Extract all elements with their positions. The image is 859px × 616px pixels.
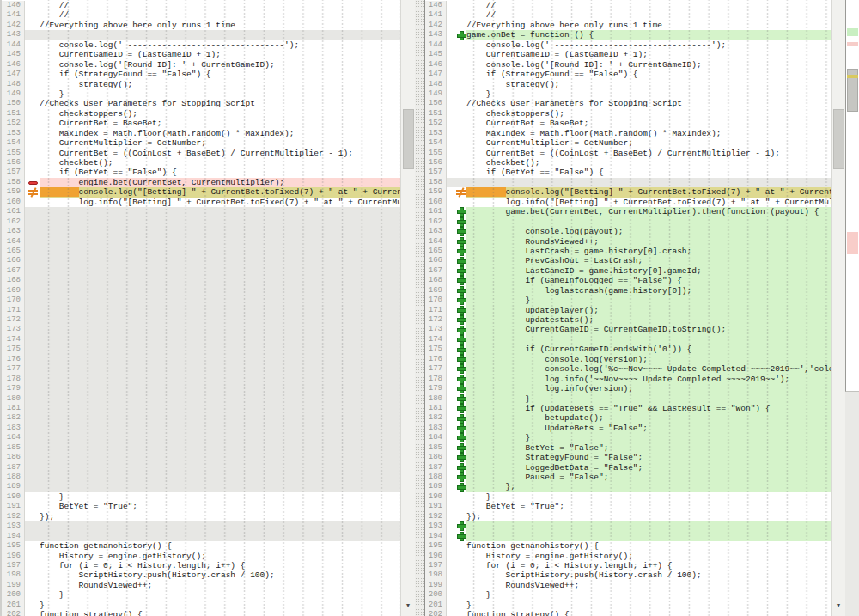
code-row[interactable]: 145 CurrentGameID = (LastGameID + 1); — [425, 50, 831, 59]
code-row[interactable]: 168 if (GameInfoLogged == "False") { — [425, 276, 831, 285]
code-row[interactable]: 141 // — [425, 10, 831, 20]
code-row[interactable]: 159 console.log("[Betting] " + CurrentBe… — [425, 187, 831, 197]
code-row[interactable]: 140 // — [425, 1, 831, 10]
code-row[interactable]: 167 LastGameID = game.history[0].gameId; — [425, 266, 831, 276]
code-text[interactable]: updateplayer(); — [466, 306, 831, 315]
code-text[interactable]: } — [40, 601, 400, 610]
code-row[interactable]: 198 ScriptHistory.push(History.crash / 1… — [2, 570, 400, 580]
code-row[interactable]: 158 engine.bet(CurrentBet, CurrentMultip… — [2, 178, 400, 187]
code-row[interactable]: 172 — [2, 315, 400, 325]
code-row[interactable]: 197 for (i = 0; i < History.length; i++)… — [425, 561, 831, 570]
code-text[interactable] — [40, 453, 400, 462]
code-row[interactable]: 191 BetYet = "True"; — [2, 502, 400, 511]
code-text[interactable]: function getnanohistory() { — [466, 541, 831, 551]
code-text[interactable] — [40, 256, 400, 265]
code-text[interactable]: CurrentMultiplier = GetNumber; — [466, 138, 831, 148]
code-row[interactable]: 199 RoundsViewed++; — [2, 581, 400, 590]
code-text[interactable] — [40, 325, 400, 334]
code-row[interactable]: 173 — [2, 325, 400, 334]
code-text[interactable] — [40, 276, 400, 285]
code-row[interactable]: 183 — [2, 424, 400, 433]
code-row[interactable]: 196 History = engine.getHistory(); — [425, 552, 831, 561]
code-row[interactable]: 172 updatestats(); — [425, 315, 831, 325]
code-row[interactable]: 187 — [2, 463, 400, 473]
code-text[interactable]: if (GameInfoLogged == "False") { — [466, 276, 831, 285]
code-text[interactable]: if (BetYet == "False") { — [40, 168, 400, 177]
code-row[interactable]: 196 History = engine.getHistory(); — [2, 552, 400, 561]
code-row[interactable]: 188 Paused = "False"; — [425, 473, 831, 482]
code-row[interactable]: 142//Everything above here only runs 1 t… — [425, 21, 831, 30]
code-text[interactable]: if (CurrentGameID.endsWith('0')) { — [466, 345, 831, 354]
code-text[interactable]: if (BetYet == "False") { — [466, 168, 831, 177]
code-text[interactable]: CurrentBet = BaseBet; — [40, 119, 400, 128]
code-row[interactable]: 170 } — [425, 296, 831, 305]
code-text[interactable]: BetYet = "True"; — [466, 502, 831, 511]
code-row[interactable]: 152 CurrentBet = BaseBet; — [2, 119, 400, 128]
code-text[interactable]: // — [40, 1, 400, 10]
code-row[interactable]: 183 UpdateBets = "False"; — [425, 424, 831, 433]
code-text[interactable]: History = engine.getHistory(); — [466, 552, 831, 561]
code-row[interactable]: 185 BetYet = "False"; — [425, 443, 831, 453]
code-text[interactable]: updatestats(); — [466, 315, 831, 325]
code-text[interactable]: strategy(); — [40, 80, 400, 89]
code-text[interactable]: if (UpdateBets == "True" && LastResult =… — [466, 404, 831, 413]
code-row[interactable]: 168 — [2, 276, 400, 285]
code-row[interactable]: 154 CurrentMultiplier = GetNumber; — [425, 138, 831, 148]
code-row[interactable]: 184 } — [425, 433, 831, 442]
code-row[interactable]: 153 MaxIndex = Math.floor(Math.random() … — [425, 129, 831, 138]
code-row[interactable]: 167 — [2, 266, 400, 276]
code-text[interactable]: CurrentBet = ((CoinLost + BaseBet) / Cur… — [466, 149, 831, 158]
code-text[interactable]: LastGameID = game.history[0].gameId; — [466, 266, 831, 276]
code-text[interactable]: } — [40, 590, 400, 600]
code-text[interactable] — [40, 217, 400, 227]
code-text[interactable]: checkbet(); — [40, 158, 400, 168]
code-row[interactable]: 149 } — [2, 89, 400, 99]
code-text[interactable]: } — [466, 296, 831, 305]
code-text[interactable]: console.log('%c~~Nov~~~~ Update Complete… — [466, 364, 831, 374]
code-row[interactable]: 180 } — [425, 394, 831, 404]
code-row[interactable]: 184 — [2, 433, 400, 442]
code-row[interactable]: 144 console.log(' ----------------------… — [425, 40, 831, 50]
code-text[interactable] — [466, 217, 831, 227]
code-text[interactable] — [40, 384, 400, 393]
code-row[interactable]: 146 console.log('[Round ID]: ' + Current… — [2, 60, 400, 70]
code-row[interactable]: 163 console.log(payout); — [425, 227, 831, 236]
code-row[interactable]: 182 — [2, 413, 400, 423]
code-row[interactable]: 156 checkbet(); — [425, 158, 831, 168]
code-text[interactable] — [40, 286, 400, 296]
code-text[interactable]: checkstoppers(); — [466, 109, 831, 119]
code-text[interactable]: console.log(payout); — [466, 227, 831, 236]
code-row[interactable]: 160 log.info("[Betting] " + CurrentBet.t… — [2, 198, 400, 207]
code-text[interactable]: PrevCashOut = LastCrash; — [466, 256, 831, 265]
code-text[interactable] — [40, 227, 400, 236]
code-row[interactable]: 190 } — [2, 492, 400, 502]
code-text[interactable]: } — [466, 433, 831, 442]
code-row[interactable]: 171 updateplayer(); — [425, 306, 831, 315]
left-scrollbar-thumb[interactable] — [403, 109, 414, 169]
code-row[interactable]: 150//Checks User Parameters for Stopping… — [425, 99, 831, 108]
code-text[interactable]: CurrentBet = BaseBet; — [466, 119, 831, 128]
code-row[interactable]: 195function getnanohistory() { — [425, 541, 831, 551]
code-row[interactable]: 147 if (StrategyFound == "False") { — [2, 70, 400, 79]
code-text[interactable]: // — [40, 10, 400, 20]
code-row[interactable]: 178 log.info('~~Nov~~~~ Update Completed… — [425, 375, 831, 384]
right-scrollbar-thumb[interactable] — [833, 109, 844, 169]
code-text[interactable]: console.log("[Betting] " + CurrentBet.to… — [466, 187, 831, 197]
code-row[interactable]: 186 — [2, 453, 400, 462]
code-text[interactable]: betupdate(); — [466, 413, 831, 423]
code-row[interactable]: 154 CurrentMultiplier = GetNumber; — [2, 138, 400, 148]
code-row[interactable]: 149 } — [425, 89, 831, 99]
code-row[interactable]: 189 }; — [425, 482, 831, 491]
code-row[interactable]: 157 if (BetYet == "False") { — [2, 168, 400, 177]
code-text[interactable]: console.log(version); — [466, 355, 831, 364]
code-text[interactable]: LoggedBetData = "False"; — [466, 463, 831, 473]
code-row[interactable]: 148 strategy(); — [425, 80, 831, 89]
code-text[interactable]: Paused = "False"; — [466, 473, 831, 482]
code-text[interactable]: History = engine.getHistory(); — [40, 552, 400, 561]
code-row[interactable]: 175 if (CurrentGameID.endsWith('0')) { — [425, 345, 831, 354]
code-row[interactable]: 195function getnanohistory() { — [2, 541, 400, 551]
code-text[interactable] — [40, 335, 400, 345]
code-text[interactable]: ScriptHistory.push(History.crash / 100); — [466, 570, 831, 580]
code-row[interactable]: 145 CurrentGameID = (LastGameID + 1); — [2, 50, 400, 59]
code-row[interactable]: 142//Everything above here only runs 1 t… — [2, 21, 400, 30]
